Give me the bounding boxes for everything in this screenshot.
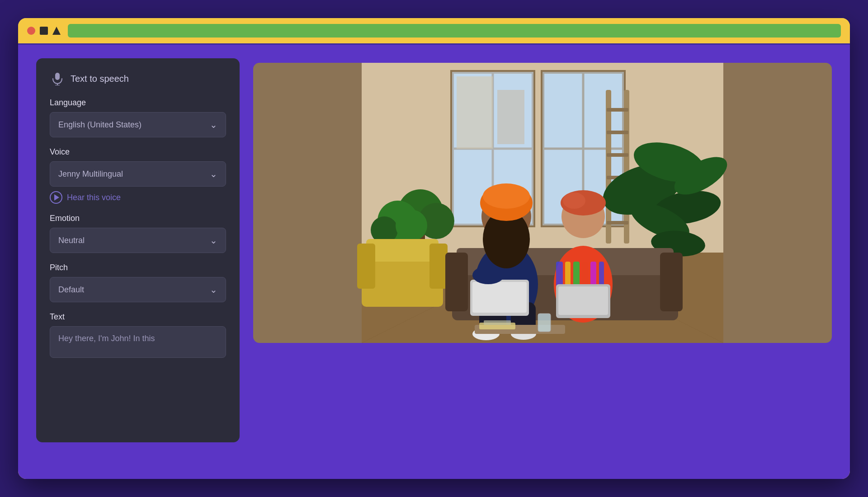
language-field-group: Language English (United States) ⌄ xyxy=(50,98,226,137)
svg-rect-21 xyxy=(607,131,628,134)
titlebar xyxy=(18,18,850,43)
svg-rect-47 xyxy=(445,253,468,311)
language-chevron-icon: ⌄ xyxy=(210,119,217,130)
text-preview[interactable]: Hey there, I'm John! In this xyxy=(50,326,226,358)
browser-window: Text to speech Language English (United … xyxy=(18,18,850,479)
svg-rect-48 xyxy=(660,253,683,311)
close-button[interactable] xyxy=(27,27,35,35)
svg-rect-72 xyxy=(558,286,608,315)
voice-field-group: Voice Jenny Multilingual ⌄ Hear this voi… xyxy=(50,147,226,204)
emotion-dropdown[interactable]: Neutral ⌄ xyxy=(50,228,226,253)
play-icon xyxy=(50,191,62,204)
svg-point-57 xyxy=(483,183,530,209)
voice-dropdown[interactable]: Jenny Multilingual ⌄ xyxy=(50,161,226,187)
hear-voice-button[interactable]: Hear this voice xyxy=(50,191,226,204)
maximize-button[interactable] xyxy=(52,27,61,35)
pitch-field-group: Pitch Default ⌄ xyxy=(50,263,226,302)
svg-rect-75 xyxy=(484,320,511,325)
hear-voice-label: Hear this voice xyxy=(67,193,121,202)
language-label: Language xyxy=(50,98,226,108)
svg-rect-59 xyxy=(472,282,527,313)
panel-title: Text to speech xyxy=(71,74,129,84)
panel-header: Text to speech xyxy=(50,71,226,86)
tts-panel: Text to speech Language English (United … xyxy=(36,58,240,442)
svg-rect-17 xyxy=(497,90,524,144)
svg-rect-76 xyxy=(538,314,551,332)
language-value: English (United States) xyxy=(58,120,142,130)
svg-rect-0 xyxy=(55,73,60,80)
voice-label: Voice xyxy=(50,147,226,157)
pitch-chevron-icon: ⌄ xyxy=(210,284,217,295)
browser-content: Text to speech Language English (United … xyxy=(18,43,850,479)
photo-area xyxy=(253,63,832,343)
svg-point-70 xyxy=(563,192,585,209)
svg-rect-16 xyxy=(457,76,493,149)
svg-rect-20 xyxy=(607,108,628,112)
traffic-lights xyxy=(27,27,61,35)
microphone-icon xyxy=(50,71,65,86)
svg-rect-22 xyxy=(607,153,628,157)
emotion-field-group: Emotion Neutral ⌄ xyxy=(50,214,226,253)
text-label: Text xyxy=(50,312,226,322)
emotion-value: Neutral xyxy=(58,236,85,245)
emotion-label: Emotion xyxy=(50,214,226,223)
text-field-group: Text Hey there, I'm John! In this xyxy=(50,312,226,358)
emotion-chevron-icon: ⌄ xyxy=(210,235,217,246)
svg-rect-42 xyxy=(366,239,439,262)
pitch-value: Default xyxy=(58,285,84,295)
svg-rect-44 xyxy=(429,244,448,289)
pitch-dropdown[interactable]: Default ⌄ xyxy=(50,277,226,302)
pitch-label: Pitch xyxy=(50,263,226,272)
voice-chevron-icon: ⌄ xyxy=(210,169,217,179)
svg-rect-19 xyxy=(624,90,629,244)
svg-point-40 xyxy=(396,210,427,241)
address-bar[interactable] xyxy=(68,24,841,38)
play-triangle xyxy=(54,194,59,201)
svg-rect-43 xyxy=(357,244,375,289)
room-photo xyxy=(253,63,832,343)
svg-rect-18 xyxy=(606,90,611,244)
svg-point-60 xyxy=(472,266,504,284)
minimize-button[interactable] xyxy=(40,27,48,35)
svg-rect-25 xyxy=(607,221,628,225)
voice-value: Jenny Multilingual xyxy=(58,169,123,179)
language-dropdown[interactable]: English (United States) ⌄ xyxy=(50,112,226,137)
